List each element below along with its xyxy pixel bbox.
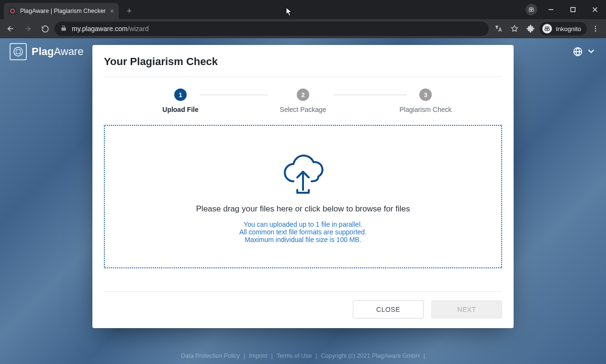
step-label: Plagiarism Check <box>400 106 452 113</box>
divider <box>104 77 502 77</box>
svg-point-10 <box>595 30 596 32</box>
bookmark-star-icon[interactable] <box>507 21 522 36</box>
browser-toolbar: my.plagaware.com/wizard Inkognito <box>0 19 606 38</box>
svg-point-9 <box>595 28 596 30</box>
lock-icon <box>60 25 67 33</box>
browser-tab-active[interactable]: PlagAware | Plagiarism Checker × <box>4 3 119 19</box>
step-upload-file[interactable]: 1 Upload File <box>147 88 214 113</box>
svg-point-0 <box>529 9 531 11</box>
dialog-actions: CLOSE NEXT <box>104 300 502 319</box>
svg-point-1 <box>531 9 534 11</box>
window-close-button[interactable] <box>584 0 606 19</box>
site-footer: Data Protection Policy| Imprint| Terms o… <box>0 353 606 359</box>
logo-text: PlagAware <box>32 45 83 58</box>
close-tab-icon[interactable]: × <box>110 8 114 14</box>
close-button[interactable]: CLOSE <box>353 300 424 319</box>
window-minimize-button[interactable] <box>540 0 562 19</box>
incognito-indicator-icon <box>526 4 537 15</box>
address-bar[interactable]: my.plagaware.com/wizard <box>55 22 489 36</box>
wizard-steps: 1 Upload File 2 Select Package 3 Plagiar… <box>104 88 502 113</box>
profile-chip[interactable]: Inkognito <box>539 22 587 35</box>
step-label: Select Package <box>280 106 326 113</box>
step-number: 3 <box>419 88 432 101</box>
favicon-icon <box>9 7 16 15</box>
new-tab-button[interactable]: + <box>123 4 136 18</box>
divider <box>104 291 502 292</box>
incognito-avatar-icon <box>542 24 552 33</box>
step-number: 2 <box>297 88 309 101</box>
kebab-menu-icon[interactable] <box>588 21 603 36</box>
window-maximize-button[interactable] <box>562 0 584 19</box>
dropzone-sub-text: You can uploaded up to 1 file in paralle… <box>239 221 367 243</box>
nav-back-button[interactable] <box>3 21 18 36</box>
step-number: 1 <box>174 88 187 101</box>
svg-point-7 <box>547 28 550 31</box>
step-plagiarism-check[interactable]: 3 Plagiarism Check <box>392 88 459 113</box>
translate-icon[interactable] <box>491 21 506 36</box>
browser-tabs: PlagAware | Plagiarism Checker × + <box>0 0 526 19</box>
site-logo[interactable]: PlagAware <box>10 43 83 60</box>
logo-mark-icon <box>10 43 27 60</box>
wizard-dialog: Your Plagiarism Check 1 Upload File 2 Se… <box>92 45 514 328</box>
page-viewport: PlagAware Data Protection Policy| Imprin… <box>0 38 606 364</box>
step-label: Upload File <box>162 106 198 113</box>
svg-rect-3 <box>571 8 575 12</box>
profile-label: Inkognito <box>556 25 581 33</box>
svg-point-6 <box>545 28 548 31</box>
language-button[interactable] <box>572 46 596 58</box>
extensions-icon[interactable] <box>523 21 539 36</box>
cloud-upload-icon <box>279 150 327 198</box>
nav-reload-button[interactable] <box>37 21 53 36</box>
nav-forward-button[interactable] <box>20 21 35 36</box>
url-text: my.plagaware.com/wizard <box>72 25 149 33</box>
file-dropzone[interactable]: Please drag your files here or click bel… <box>104 125 502 268</box>
step-connector <box>200 95 268 95</box>
globe-icon <box>572 46 583 57</box>
dialog-title: Your Plagiarism Check <box>104 55 502 68</box>
svg-point-8 <box>595 26 596 27</box>
step-connector <box>334 95 406 95</box>
tab-title: PlagAware | Plagiarism Checker <box>20 8 106 14</box>
dropzone-main-text: Please drag your files here or click bel… <box>196 204 410 214</box>
step-select-package[interactable]: 2 Select Package <box>269 88 337 113</box>
next-button[interactable]: NEXT <box>431 300 502 319</box>
toolbar-right: Inkognito <box>491 21 603 36</box>
chevron-down-icon <box>586 46 596 58</box>
browser-titlebar: PlagAware | Plagiarism Checker × + <box>0 0 606 19</box>
window-controls <box>540 0 606 19</box>
